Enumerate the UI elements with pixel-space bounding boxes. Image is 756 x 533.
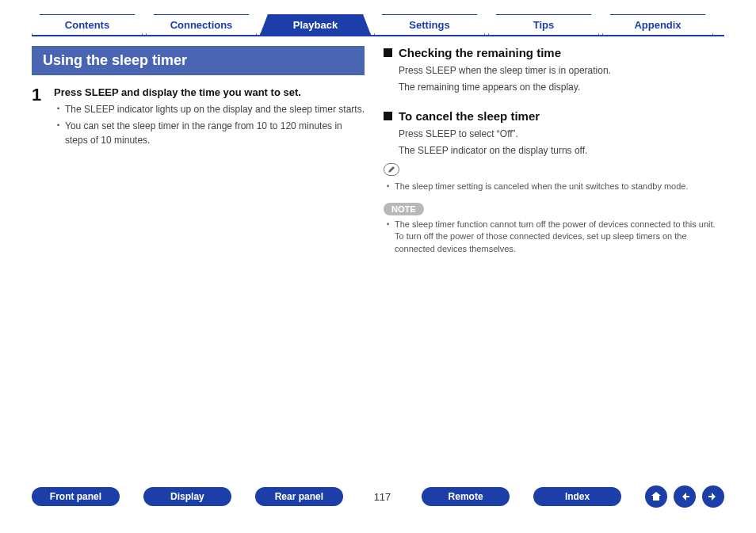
square-bullet-icon: [384, 48, 392, 57]
subheading-cancel: To cancel the sleep timer: [384, 109, 716, 123]
tab-connections[interactable]: Connections: [146, 14, 257, 35]
tab-playback[interactable]: Playback: [260, 14, 371, 35]
step-title: Press SLEEP and display the time you wan…: [54, 86, 365, 98]
note-list: The sleep timer function cannot turn off…: [384, 219, 716, 257]
bottom-nav: Front panel Display Rear panel 117 Remot…: [32, 485, 724, 508]
top-tabs: Contents Connections Playback Settings T…: [0, 0, 756, 35]
nav-rear-panel[interactable]: Rear panel: [255, 487, 343, 506]
nav-index[interactable]: Index: [533, 487, 621, 506]
square-bullet-icon: [384, 112, 392, 120]
bullet-item: The sleep timer function cannot turn off…: [387, 219, 716, 257]
tip-list: The sleep timer setting is canceled when…: [384, 181, 716, 193]
bullet-item: You can set the sleep timer in the range…: [57, 120, 365, 147]
subheading-text: Checking the remaining time: [399, 46, 561, 59]
paragraph: Press SLEEP to select “Off”.: [399, 128, 716, 141]
note-badge: NOTE: [384, 203, 424, 215]
page-number: 117: [367, 491, 398, 503]
step-bullets: The SLEEP indicator lights up on the dis…: [54, 103, 365, 147]
paragraph: Press SLEEP when the sleep timer is in o…: [399, 64, 716, 78]
bullet-item: The sleep timer setting is canceled when…: [387, 181, 716, 193]
tab-contents[interactable]: Contents: [32, 14, 143, 35]
tab-appendix[interactable]: Appendix: [602, 14, 713, 35]
paragraph: The remaining time appears on the displa…: [399, 81, 716, 94]
subheading-checking: Checking the remaining time: [384, 46, 716, 59]
nav-icon-group: [645, 485, 724, 508]
paragraph: The SLEEP indicator on the display turns…: [399, 144, 716, 158]
step-number: 1: [32, 86, 46, 150]
step-1: 1 Press SLEEP and display the time you w…: [32, 86, 365, 150]
home-icon[interactable]: [645, 485, 667, 508]
pencil-icon: [384, 163, 399, 176]
left-column: Using the sleep timer 1 Press SLEEP and …: [32, 46, 365, 259]
nav-display[interactable]: Display: [143, 487, 231, 506]
nav-remote[interactable]: Remote: [422, 487, 510, 506]
section-heading: Using the sleep timer: [32, 46, 365, 75]
next-page-icon[interactable]: [702, 485, 724, 508]
tab-settings[interactable]: Settings: [374, 14, 485, 35]
nav-front-panel[interactable]: Front panel: [32, 487, 120, 506]
prev-page-icon[interactable]: [674, 485, 696, 508]
bullet-item: The SLEEP indicator lights up on the dis…: [57, 103, 365, 116]
subheading-text: To cancel the sleep timer: [399, 109, 540, 123]
right-column: Checking the remaining time Press SLEEP …: [384, 46, 716, 259]
tab-tips[interactable]: Tips: [488, 14, 599, 35]
page-content: Using the sleep timer 1 Press SLEEP and …: [0, 36, 756, 259]
